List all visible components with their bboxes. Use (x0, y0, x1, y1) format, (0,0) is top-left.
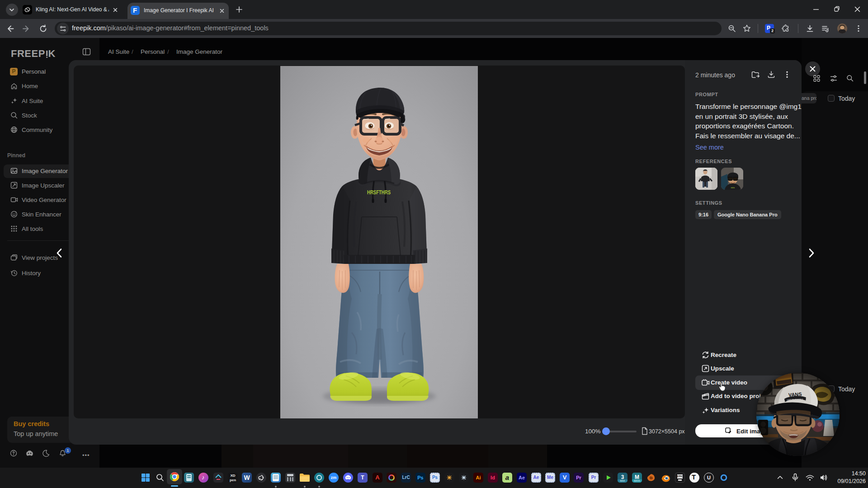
svg-text:HRSFTHRS: HRSFTHRS (367, 189, 391, 196)
svg-text:HRS: HRS (731, 187, 735, 189)
